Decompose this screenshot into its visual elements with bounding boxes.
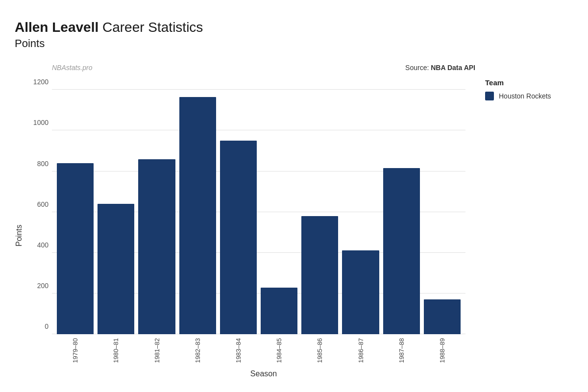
x-label: 1987–88 xyxy=(383,338,420,363)
x-label-text: 1987–88 xyxy=(398,338,405,363)
x-label-text: 1981–82 xyxy=(153,338,161,363)
bar-group xyxy=(383,74,420,334)
bar xyxy=(98,204,134,334)
legend-item: Houston Rockets xyxy=(485,92,573,100)
x-label: 1979–80 xyxy=(57,338,94,363)
x-label-text: 1980–81 xyxy=(112,338,120,363)
bar-group xyxy=(220,74,257,334)
bar-group xyxy=(424,74,461,334)
x-label-text: 1984–85 xyxy=(275,338,283,363)
source-bold: NBA Data API xyxy=(431,64,475,72)
x-label-text: 1979–80 xyxy=(72,338,79,363)
bar xyxy=(220,141,257,334)
bar-group xyxy=(57,74,94,334)
chart-area: Points NBAstats.pro Source: NBA Data API… xyxy=(15,60,573,382)
bar-group xyxy=(261,74,297,334)
bar-group xyxy=(98,74,134,334)
x-label: 1983–84 xyxy=(220,338,257,363)
title-rest: Career Statistics xyxy=(98,20,203,35)
watermark-source-row: NBAstats.pro Source: NBA Data API xyxy=(27,60,573,72)
x-label-text: 1983–84 xyxy=(235,338,242,363)
y-tick-label: 1000 xyxy=(25,119,49,126)
bar xyxy=(424,299,461,334)
bar xyxy=(301,216,338,334)
bar xyxy=(57,163,94,334)
x-axis-title: Season xyxy=(52,369,475,382)
x-label: 1980–81 xyxy=(98,338,134,363)
y-tick-label: 1200 xyxy=(25,78,49,86)
page: Allen Leavell Career Statistics Points P… xyxy=(0,0,588,392)
y-tick-label: 600 xyxy=(25,200,49,208)
bar xyxy=(138,159,175,334)
chart-plot: 020040060080010001200 1979–801980–811981… xyxy=(27,74,475,382)
bar-group xyxy=(179,74,216,334)
title-block: Allen Leavell Career Statistics Points xyxy=(15,20,573,50)
x-label: 1984–85 xyxy=(261,338,297,363)
y-tick-label: 400 xyxy=(25,241,49,249)
legend-swatch xyxy=(485,92,494,100)
x-label: 1985–86 xyxy=(301,338,338,363)
x-label: 1986–87 xyxy=(342,338,379,363)
y-tick-label: 200 xyxy=(25,282,49,290)
source-prefix: Source: xyxy=(405,64,431,72)
source-text: Source: NBA Data API xyxy=(405,64,475,72)
bar-group xyxy=(301,74,338,334)
y-tick-label: 0 xyxy=(25,322,49,330)
bar xyxy=(383,168,420,334)
chart-main: NBAstats.pro Source: NBA Data API 020040… xyxy=(27,60,573,382)
player-name: Allen Leavell xyxy=(15,20,98,35)
y-tick-label: 800 xyxy=(25,160,49,168)
bars-container xyxy=(52,74,466,334)
bar-group xyxy=(138,74,175,334)
x-label-text: 1986–87 xyxy=(357,338,365,363)
grid-and-bars: 020040060080010001200 xyxy=(52,74,466,334)
legend-title: Team xyxy=(485,78,573,87)
legend-label: Houston Rockets xyxy=(499,92,551,100)
chart-title: Allen Leavell Career Statistics xyxy=(15,20,573,35)
legend: Team Houston Rockets xyxy=(475,74,573,382)
y-axis-label: Points xyxy=(15,60,24,382)
x-label-text: 1988–89 xyxy=(439,338,446,363)
chart-with-legend: 020040060080010001200 1979–801980–811981… xyxy=(27,74,573,382)
x-label-text: 1985–86 xyxy=(316,338,323,363)
bar xyxy=(342,250,379,334)
bar xyxy=(261,288,297,334)
x-label: 1982–83 xyxy=(179,338,216,363)
watermark: NBAstats.pro xyxy=(52,64,92,72)
x-label-text: 1982–83 xyxy=(194,338,201,363)
x-axis-labels: 1979–801980–811981–821982–831983–841984–… xyxy=(52,334,466,368)
x-label: 1981–82 xyxy=(138,338,175,363)
bar xyxy=(179,97,216,334)
x-label: 1988–89 xyxy=(424,338,461,363)
chart-subtitle: Points xyxy=(15,37,573,50)
bar-group xyxy=(342,74,379,334)
